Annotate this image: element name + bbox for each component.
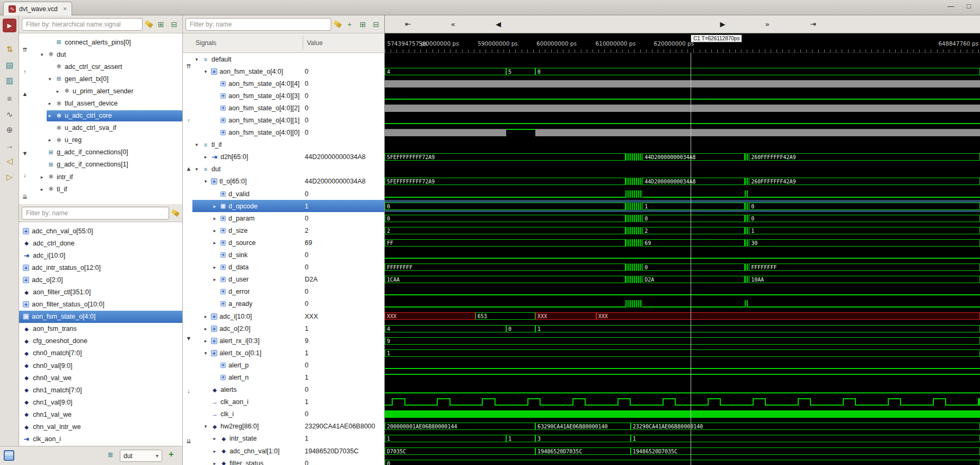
expander-icon[interactable]: ▸ <box>55 89 61 94</box>
tree-item[interactable]: ⊞connect_alerts_pins[0] <box>31 36 182 48</box>
signal-row[interactable]: ▾≡dut <box>192 163 384 176</box>
list-item[interactable]: ⇥adc_i[10:0] <box>19 249 182 261</box>
list-item[interactable]: +adc_intr_status_o[12:0] <box>19 261 182 274</box>
tree-item[interactable]: ▸✻u_adc_ctrl_core <box>31 110 182 122</box>
scroll-top-icon[interactable]: ⇈ <box>20 45 30 55</box>
step-forward-icon[interactable]: ▶ <box>717 19 729 30</box>
signal-row[interactable]: +aon_fsm_state_o[4:0][1]0 <box>192 114 384 126</box>
expander-icon[interactable]: ▸ <box>47 113 53 118</box>
step-back-icon[interactable]: ◀ <box>492 19 505 30</box>
expand-all-icon[interactable]: ⊞ <box>155 20 166 29</box>
expander-icon[interactable]: ▾ <box>202 350 209 356</box>
signal-row[interactable]: +aon_fsm_state_o[4:0][0]0 <box>192 127 384 139</box>
expander-icon[interactable]: ▾ <box>202 179 209 184</box>
signal-row[interactable]: ▸+d_size2 <box>192 224 384 236</box>
signal-row[interactable]: ▾+alert_tx_o[0:1]1 <box>192 347 384 359</box>
list-item[interactable]: +aon_fsm_state_o[4:0] <box>19 311 182 323</box>
goto-time-icon[interactable]: → <box>3 139 16 153</box>
list-item[interactable]: ⇥clk_aon_i <box>19 433 182 445</box>
cursor-time-label[interactable]: C1 T=626112870ps <box>691 34 742 42</box>
list-item[interactable]: ◆adc_ctrl_done <box>19 237 182 249</box>
expander-icon[interactable]: ▸ <box>39 187 45 192</box>
expander-icon[interactable]: ▸ <box>202 154 209 160</box>
wave-row[interactable]: 0 <box>385 457 980 465</box>
waveform-icon[interactable]: ∿ <box>3 108 16 121</box>
scope-dropdown[interactable]: dut ▾ <box>120 450 162 462</box>
wave-row[interactable] <box>385 90 980 102</box>
wave-row[interactable]: 200000001AE06B8000014463290CA41AE06B8000… <box>385 420 980 433</box>
tree-item[interactable]: ⊞g_adc_if_connections[1] <box>31 159 182 171</box>
expander-icon[interactable]: ▸ <box>211 216 218 221</box>
list-item[interactable]: ◆aon_filter_ctl[351:0] <box>19 286 182 298</box>
expander-icon[interactable]: ▾ <box>47 76 53 82</box>
wave-row[interactable]: 1131 <box>385 433 980 445</box>
expander-icon[interactable]: ▸ <box>39 174 45 180</box>
expander-icon[interactable]: ▾ <box>193 142 200 147</box>
clear-filter-icon[interactable] <box>171 209 180 217</box>
clear-filter-icon[interactable] <box>333 20 342 28</box>
signals-filter-input[interactable] <box>186 18 331 31</box>
wave-row[interactable] <box>385 163 980 176</box>
tab-close-icon[interactable]: × <box>63 5 67 13</box>
list-item[interactable]: ◆aon_fsm_trans <box>19 323 182 335</box>
list-item[interactable]: +aon_filter_status_o[10:0] <box>19 299 182 311</box>
list-item[interactable]: ◆chn1_match[7:0] <box>19 384 182 396</box>
expander-icon[interactable]: ▸ <box>202 338 209 344</box>
wave-row[interactable]: 1 <box>385 347 980 359</box>
signal-row[interactable]: ▸◆filter_status0 <box>192 457 384 465</box>
signal-row[interactable]: ▸+d_opcode1 <box>192 200 384 212</box>
wave-row[interactable]: 5FEFFFFFFFF72A944D20000000034A8260FFFFFF… <box>385 151 980 163</box>
page-back-icon[interactable]: « <box>447 19 460 30</box>
wave-row[interactable] <box>385 188 980 200</box>
expander-icon[interactable]: ▸ <box>202 326 209 331</box>
add-scope-button[interactable]: + <box>169 449 174 460</box>
wave-row[interactable] <box>385 286 980 298</box>
tree-item[interactable]: ▸✻intr_if <box>31 171 182 183</box>
signal-row[interactable]: ▾≡tl_if <box>192 139 384 151</box>
signal-row[interactable]: +a_ready0 <box>192 298 384 310</box>
list-item[interactable]: ◆chn0_val[9:0] <box>19 359 182 372</box>
list-item[interactable]: ◆chn0_match[7:0] <box>19 347 182 359</box>
expander-icon[interactable]: ▸ <box>211 204 218 209</box>
signal-row[interactable]: +alert_p0 <box>192 359 384 371</box>
expander-icon[interactable]: ▸ <box>211 228 218 233</box>
signal-row[interactable]: ▸+d_source69 <box>192 236 384 249</box>
window-icon[interactable] <box>4 450 14 461</box>
wave-row[interactable] <box>385 396 980 408</box>
add-signal-icon[interactable]: + <box>344 20 355 29</box>
timeline-ruler[interactable]: 574394757 ps580000000 ps590000000 ps6000… <box>385 33 980 53</box>
signal-row[interactable]: ▸◆intr_state1 <box>192 433 384 445</box>
signal-row[interactable]: ▸+alert_rx_i[0:3]9 <box>192 335 384 347</box>
waveform-area[interactable]: 4505FEFFFFFFFF72A944D20000000034A8260FFF… <box>385 53 980 465</box>
chart-columns-icon[interactable]: ▤ <box>3 58 16 72</box>
signal-row[interactable]: ▸+d_data0 <box>192 261 384 274</box>
wave-row[interactable]: 000 <box>385 212 980 224</box>
signal-row[interactable]: ▸+d_userD2A <box>192 274 384 286</box>
wave-row[interactable] <box>385 53 980 65</box>
wave-row[interactable]: 5FEFFFFFFFF72A944D20000000034A8260FFFFFF… <box>385 176 980 188</box>
expand-all-icon[interactable]: ⊞ <box>357 20 368 29</box>
expander-icon[interactable]: ▸ <box>211 277 218 282</box>
expander-icon[interactable]: ▾ <box>202 424 209 429</box>
signal-row[interactable]: ▾+tl_o[65:0]44D20000000034A8 <box>192 176 384 188</box>
zoom-icon[interactable]: ⊕ <box>3 123 16 137</box>
expander-icon[interactable]: ▸ <box>211 240 218 245</box>
go-start-icon[interactable]: ⇤ <box>401 19 414 30</box>
tree-item[interactable]: ▾✻dut <box>31 48 182 60</box>
collapse-all-icon[interactable]: ⊟ <box>169 20 180 29</box>
expander-icon[interactable]: ▸ <box>211 265 218 270</box>
list-item[interactable]: +adc_o[2:0] <box>19 274 182 286</box>
wave-row[interactable] <box>385 371 980 383</box>
wave-row[interactable]: 401 <box>385 322 980 335</box>
wave-row[interactable] <box>385 77 980 90</box>
wave-row[interactable]: 9 <box>385 335 980 347</box>
compare-icon[interactable]: ⇅ <box>3 42 16 56</box>
tree-item[interactable]: ▸✻u_reg <box>31 134 182 146</box>
signal-row[interactable]: ◆alerts0 <box>192 384 384 396</box>
expander-icon[interactable]: ▸ <box>211 461 218 465</box>
signal-row[interactable]: +d_sink0 <box>192 249 384 261</box>
tree-item[interactable]: ▸✻u_prim_alert_sender <box>31 85 182 97</box>
hierarchy-icon[interactable]: ≡ <box>3 92 16 106</box>
wave-row[interactable] <box>385 249 980 261</box>
list-item[interactable]: +adc_chn_val_o[55:0] <box>19 225 182 237</box>
